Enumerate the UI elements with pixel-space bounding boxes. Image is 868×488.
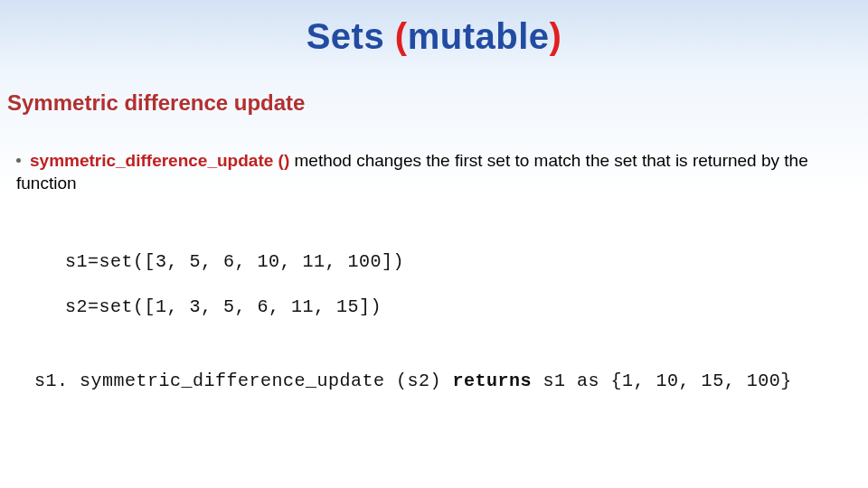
subtitle: Symmetric difference update: [7, 90, 305, 116]
title-paren-close: ): [549, 16, 561, 56]
result-returns-keyword: returns: [453, 371, 533, 391]
bullet-dot-icon: [16, 158, 21, 163]
result-call: s1. symmetric_difference_update (s2): [34, 371, 453, 391]
page-title: Sets (mutable): [0, 16, 868, 57]
code-line-2: s2=set([1, 3, 5, 6, 11, 15]): [65, 285, 404, 330]
title-paren-open: (: [395, 16, 408, 56]
title-text-sets: Sets: [307, 16, 395, 56]
slide: Sets (mutable) Symmetric difference upda…: [0, 0, 868, 488]
code-line-1: s1=set([3, 5, 6, 10, 11, 100]): [65, 239, 404, 285]
bullet-item: symmetric_difference_update () method ch…: [16, 150, 846, 194]
result-line: s1. symmetric_difference_update (s2) ret…: [34, 371, 792, 391]
code-block: s1=set([3, 5, 6, 10, 11, 100]) s2=set([1…: [65, 239, 404, 330]
method-name: symmetric_difference_update (): [30, 151, 289, 170]
title-text-mutable: mutable: [408, 16, 550, 56]
result-tail: s1 as {1, 10, 15, 100}: [532, 371, 792, 391]
